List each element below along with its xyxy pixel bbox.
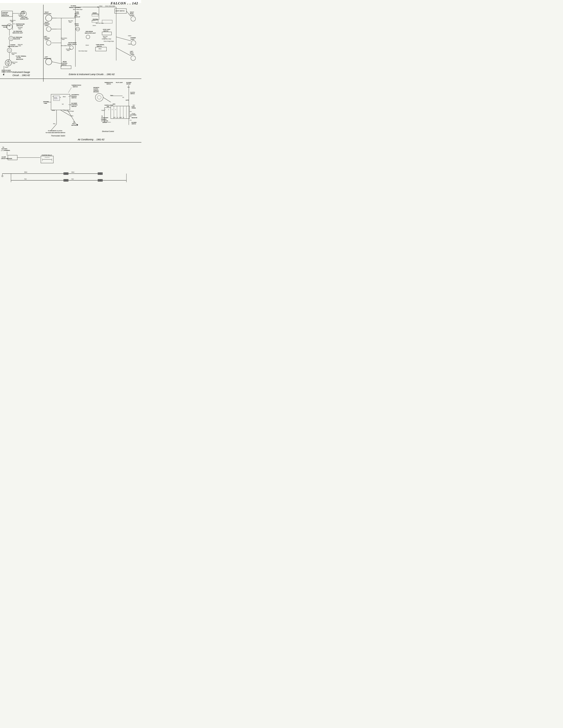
- svg-text:INDICATOR LIGHT: INDICATOR LIGHT: [85, 32, 96, 34]
- svg-text:LIGHT: LIGHT: [131, 54, 134, 55]
- svg-rect-283: [98, 179, 100, 181]
- svg-line-156: [68, 88, 71, 93]
- svg-text:RIGHT: RIGHT: [45, 22, 49, 23]
- svg-text:THERMOSTATIC: THERMOSTATIC: [71, 85, 81, 86]
- svg-rect-153: [102, 20, 112, 23]
- svg-text:LIGHT: LIGHT: [45, 39, 49, 40]
- svg-text:Yellow-White: Yellow-White: [18, 14, 24, 16]
- svg-text:SWITCH: SWITCH: [97, 46, 102, 47]
- svg-text:Yellow: Yellow: [101, 110, 105, 111]
- svg-rect-288: [100, 172, 103, 175]
- svg-text:Blue-Red: Blue-Red: [68, 20, 73, 21]
- svg-text:OF IGNITION: OF IGNITION: [101, 120, 108, 121]
- svg-text:BLOWER: BLOWER: [71, 103, 77, 104]
- svg-text:Red-Black: Red-Black: [66, 49, 71, 50]
- svg-text:Red: Red: [53, 123, 55, 124]
- svg-text:Blue: Blue: [128, 87, 130, 88]
- svg-text:Black: Black: [71, 171, 75, 173]
- svg-line-192: [68, 110, 76, 124]
- svg-text:2: 2: [108, 109, 109, 110]
- svg-text:LEFT: LEFT: [45, 56, 48, 58]
- svg-text:RIGHT: RIGHT: [45, 11, 49, 13]
- svg-text:TEMPERATURE: TEMPERATURE: [16, 23, 25, 25]
- svg-text:STARTER RELAY: STARTER RELAY: [42, 154, 52, 156]
- svg-text:Stripe: Stripe: [19, 16, 22, 17]
- instrument-gauge-diagram: CONSTANT VOLTAGE REGULATOR FUEL GAUGE FU…: [1, 5, 43, 77]
- svg-rect-136: [61, 66, 71, 69]
- svg-point-119: [131, 41, 136, 45]
- svg-text:Stripe: Stripe: [67, 50, 70, 51]
- svg-text:MANUAL: MANUAL: [71, 96, 77, 97]
- svg-text:Green-Black: Green-Black: [61, 38, 67, 39]
- svg-text:HIGH BEAM: HIGH BEAM: [86, 31, 93, 32]
- svg-text:SWITCH: SWITCH: [73, 86, 78, 88]
- svg-line-150: [116, 37, 131, 41]
- svg-text:TO: TO: [101, 116, 103, 117]
- svg-text:Green: Green: [86, 44, 89, 46]
- svg-text:SWITCH: SWITCH: [71, 106, 77, 107]
- svg-text:REAR: REAR: [130, 13, 134, 14]
- svg-text:Orange: Orange: [70, 110, 74, 112]
- svg-text:Yellow-Black: Yellow-Black: [11, 52, 17, 54]
- svg-text:AUTO: AUTO: [126, 100, 129, 101]
- svg-text:MOTOR: MOTOR: [126, 83, 131, 85]
- svg-text:Black: Black: [24, 171, 27, 173]
- svg-text:CANCELLATION: CANCELLATION: [104, 105, 113, 106]
- svg-text:OF GEN.: OF GEN.: [16, 57, 21, 58]
- svg-text:SWITCH: SWITCH: [107, 83, 111, 85]
- svg-text:THERMOSTATIC: THERMOSTATIC: [104, 82, 113, 83]
- svg-text:RADIO: RADIO: [75, 23, 79, 25]
- svg-text:CONSTANT: CONSTANT: [2, 12, 8, 13]
- svg-text:INDICATOR: INDICATOR: [14, 38, 20, 40]
- svg-text:SWITCH: SWITCH: [102, 122, 107, 123]
- svg-text:CONTROL: CONTROL: [71, 104, 78, 106]
- svg-text:LEFT: LEFT: [44, 36, 47, 37]
- svg-text:L1: L1: [123, 97, 124, 98]
- svg-point-235: [97, 96, 101, 99]
- svg-text:LIGHT: LIGHT: [131, 39, 135, 40]
- svg-text:→Black: →Black: [127, 35, 132, 36]
- svg-text:(HI-SPEED): (HI-SPEED): [130, 114, 136, 116]
- svg-rect-269: [64, 172, 66, 175]
- vertical-divider-top: [43, 5, 44, 82]
- svg-text:TO MAIN: TO MAIN: [71, 5, 76, 7]
- svg-text:CHARGE: CHARGE: [10, 44, 15, 46]
- svg-line-189: [60, 110, 70, 115]
- svg-text:TO ARM. TERMINAL: TO ARM. TERMINAL: [16, 56, 26, 57]
- svg-text:TURN SIGNAL: TURN SIGNAL: [96, 44, 104, 45]
- svg-text:SWITCH: SWITCH: [71, 97, 77, 99]
- svg-text:TO FUSE AND IGNITION SWITCH: TO FUSE AND IGNITION SWITCH: [46, 132, 65, 133]
- svg-text:SPEED): SPEED): [132, 107, 136, 109]
- svg-text:FAN: FAN: [72, 123, 75, 124]
- svg-text:CONTROL: CONTROL: [61, 63, 68, 64]
- thermostatic-switch-diagram: THERMOSTATIC SWITCH AUTOMATIC- MANUAL SW…: [42, 80, 93, 138]
- svg-text:SWITCH: SWITCH: [103, 30, 108, 32]
- svg-text:OFF: OFF: [113, 117, 116, 118]
- svg-text:LIGHT: LIGHT: [131, 15, 134, 16]
- svg-text:(LOW: (LOW: [132, 106, 135, 107]
- svg-text:MOTOR: MOTOR: [71, 125, 76, 126]
- svg-text:ACCESSORY: ACCESSORY: [101, 117, 108, 118]
- svg-text:BLOWER: BLOWER: [126, 82, 131, 83]
- svg-rect-284: [100, 179, 103, 181]
- svg-text:Red: Red: [24, 178, 27, 180]
- svg-text:Stripe: Stripe: [62, 39, 65, 40]
- svg-line-191: [51, 124, 57, 130]
- svg-text:BEAM: BEAM: [63, 61, 67, 62]
- svg-text:LIGHT SWITCH: LIGHT SWITCH: [115, 10, 125, 12]
- svg-text:REGULATOR: REGULATOR: [2, 15, 9, 16]
- svg-text:Thermostatic Switch: Thermostatic Switch: [51, 135, 65, 137]
- svg-point-234: [95, 93, 103, 101]
- svg-text:Black-Green: Black-Green: [10, 20, 16, 21]
- svg-text:30-AMP: 30-AMP: [2, 156, 6, 158]
- svg-text:PILOT LIGHT: PILOT LIGHT: [116, 82, 123, 83]
- svg-text:AND: AND: [75, 15, 77, 16]
- svg-text:Stripe: Stripe: [18, 28, 21, 30]
- svg-text:LIGHT: LIGHT: [45, 25, 49, 26]
- svg-text:L1: L1: [62, 103, 64, 105]
- svg-text:MAGNETIC: MAGNETIC: [93, 87, 99, 88]
- svg-text:LIGHT: LIGHT: [75, 25, 79, 26]
- svg-text:Green: Green: [93, 25, 96, 26]
- svg-text:Red: Red: [71, 178, 74, 180]
- svg-text:element: element: [54, 98, 58, 99]
